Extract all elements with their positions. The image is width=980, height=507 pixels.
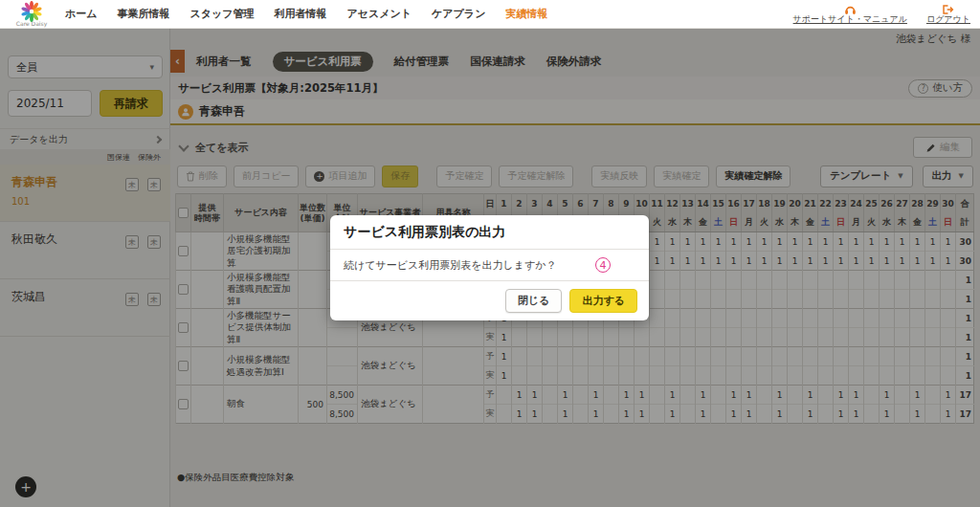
modal-title: サービス利用票別表の出力 — [330, 215, 649, 250]
headset-icon — [844, 4, 857, 15]
output-modal: サービス利用票別表の出力 続けてサービス利用票別表を出力しますか？ 4 閉じる … — [330, 215, 649, 320]
annotation-circle-4: 4 — [595, 257, 611, 273]
app-logo[interactable]: Care Daisy — [10, 1, 54, 27]
modal-footer: 閉じる 出力する — [330, 281, 649, 320]
modal-close-button[interactable]: 閉じる — [505, 289, 563, 313]
logout-icon — [942, 4, 954, 15]
modal-message: 続けてサービス利用票別表を出力しますか？ — [344, 258, 557, 273]
main-menu: ホーム事業所情報スタッフ管理利用者情報アセスメントケアプラン実績情報 — [65, 7, 547, 21]
nav-item-利用者情報[interactable]: 利用者情報 — [275, 7, 327, 21]
nav-item-アセスメント[interactable]: アセスメント — [347, 7, 412, 21]
logout-link[interactable]: ログアウト — [926, 4, 970, 25]
support-link-label: サポートサイト・マニュアル — [793, 15, 907, 25]
nav-item-事業所情報[interactable]: 事業所情報 — [118, 7, 170, 21]
brand-text: Care Daisy — [16, 20, 47, 27]
modal-output-button[interactable]: 出力する — [569, 289, 637, 313]
top-nav: Care Daisy ホーム事業所情報スタッフ管理利用者情報アセスメントケアプラ… — [0, 0, 980, 29]
logout-link-label: ログアウト — [926, 15, 970, 25]
daisy-logo-icon — [21, 1, 42, 22]
nav-item-ケアプラン[interactable]: ケアプラン — [432, 7, 485, 21]
nav-item-実績情報[interactable]: 実績情報 — [505, 7, 547, 21]
support-link[interactable]: サポートサイト・マニュアル — [793, 4, 907, 25]
modal-body: 続けてサービス利用票別表を出力しますか？ 4 — [330, 250, 649, 281]
nav-item-ホーム[interactable]: ホーム — [65, 7, 98, 21]
nav-item-スタッフ管理[interactable]: スタッフ管理 — [190, 7, 255, 21]
